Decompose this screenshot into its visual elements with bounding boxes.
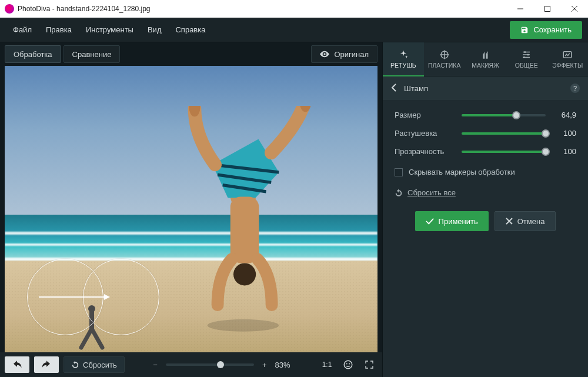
menu-bar: Файл Правка Инструменты Вид Справка Сохр… — [0, 18, 588, 42]
zoom-value: 83% — [275, 361, 290, 369]
canvas-viewport[interactable] — [5, 66, 377, 352]
minimize-button[interactable] — [507, 0, 534, 18]
hide-markers-label: Скрывать маркеры обработки — [409, 168, 515, 176]
cancel-label: Отмена — [517, 217, 545, 226]
reset-all-link[interactable]: Сбросить все — [395, 188, 576, 197]
menu-view[interactable]: Вид — [141, 18, 169, 42]
svg-rect-18 — [486, 54, 488, 59]
feather-label: Растушевка — [395, 129, 455, 138]
opacity-label: Прозрачность — [395, 147, 455, 156]
reset-label: Сбросить — [83, 361, 117, 369]
size-label: Размер — [395, 111, 455, 119]
close-icon — [506, 218, 513, 225]
svg-point-22 — [527, 54, 529, 56]
one-to-one-button[interactable]: 1:1 — [319, 356, 335, 373]
fullscreen-button[interactable] — [361, 356, 377, 373]
tab-compare[interactable]: Сравнение — [64, 45, 121, 63]
menu-tools[interactable]: Инструменты — [79, 18, 141, 42]
panel-back-button[interactable] — [391, 84, 397, 94]
original-button[interactable]: Оригинал — [311, 45, 377, 63]
opacity-slider[interactable] — [462, 151, 546, 153]
svg-rect-1 — [545, 6, 550, 12]
person-figure — [161, 106, 325, 341]
svg-point-12 — [346, 363, 348, 365]
lipstick-icon — [480, 49, 490, 60]
size-value: 64,9 — [553, 111, 576, 119]
svg-point-24 — [523, 56, 525, 58]
tooltab-liquify-label: ПЛАСТИКА — [428, 62, 461, 69]
reset-all-label: Сбросить все — [407, 188, 456, 197]
checkbox-icon — [395, 168, 403, 176]
eye-icon — [320, 51, 329, 58]
size-slider[interactable] — [462, 114, 546, 116]
feather-value: 100 — [553, 129, 576, 138]
app-logo-icon — [5, 4, 14, 14]
check-icon — [426, 218, 434, 225]
fullscreen-icon — [365, 360, 374, 369]
close-button[interactable] — [561, 0, 588, 18]
menu-help[interactable]: Справка — [168, 18, 212, 42]
svg-point-10 — [88, 305, 95, 312]
sliders-icon — [521, 49, 532, 60]
hide-markers-checkbox[interactable]: Скрывать маркеры обработки — [395, 168, 576, 176]
panel-title: Штамп — [404, 84, 428, 93]
svg-point-8 — [233, 263, 256, 286]
target-icon — [439, 49, 450, 60]
tooltab-effects-label: ЭФФЕКТЫ — [552, 62, 583, 69]
tooltab-retouch[interactable]: РЕТУШЬ — [383, 42, 424, 76]
menu-edit[interactable]: Правка — [39, 18, 79, 42]
apply-label: Применить — [439, 217, 478, 226]
face-detect-button[interactable] — [340, 356, 356, 373]
reset-icon — [71, 361, 79, 369]
save-icon — [520, 26, 529, 34]
tooltab-makeup-label: МАКИЯЖ — [472, 62, 499, 69]
save-label: Сохранить — [533, 25, 572, 34]
cancel-button[interactable]: Отмена — [495, 211, 556, 231]
redo-button[interactable] — [34, 356, 59, 373]
undo-button[interactable] — [5, 356, 29, 373]
face-icon — [343, 359, 353, 370]
svg-rect-7 — [230, 197, 259, 263]
feather-slider[interactable] — [462, 132, 546, 135]
tab-process[interactable]: Обработка — [5, 45, 61, 63]
tooltab-general[interactable]: ОБЩЕЕ — [506, 42, 547, 76]
redo-icon — [41, 361, 52, 369]
maximize-button[interactable] — [534, 0, 561, 18]
panel-help-button[interactable]: ? — [570, 84, 580, 93]
original-label: Оригинал — [334, 50, 369, 59]
effects-icon — [562, 49, 573, 60]
window-title: PhotoDiva - handstand-2224104_1280.jpg — [18, 5, 151, 13]
zoom-slider[interactable] — [166, 363, 254, 366]
reset-icon — [395, 189, 403, 197]
svg-point-11 — [344, 361, 352, 369]
opacity-value: 100 — [553, 147, 576, 156]
tooltab-liquify[interactable]: ПЛАСТИКА — [424, 42, 465, 76]
svg-point-4 — [324, 53, 326, 55]
reset-button[interactable]: Сбросить — [64, 356, 125, 373]
svg-point-13 — [349, 363, 350, 365]
undo-icon — [12, 361, 22, 369]
sparkle-icon — [398, 49, 409, 60]
zoom-out-button[interactable]: − — [153, 361, 158, 369]
chevron-left-icon — [391, 84, 397, 92]
svg-rect-17 — [483, 55, 485, 59]
apply-button[interactable]: Применить — [415, 211, 489, 231]
tooltab-general-label: ОБЩЕЕ — [515, 62, 538, 69]
svg-point-9 — [208, 319, 279, 332]
svg-point-20 — [524, 51, 526, 53]
tooltab-makeup[interactable]: МАКИЯЖ — [465, 42, 506, 76]
tooltab-effects[interactable]: ЭФФЕКТЫ — [547, 42, 588, 76]
bystander-figure — [75, 304, 108, 351]
zoom-in-button[interactable]: + — [262, 361, 267, 369]
menu-file[interactable]: Файл — [6, 18, 39, 42]
photo — [5, 66, 377, 352]
tooltab-retouch-label: РЕТУШЬ — [390, 62, 416, 69]
save-button[interactable]: Сохранить — [510, 21, 582, 39]
title-bar: PhotoDiva - handstand-2224104_1280.jpg — [0, 0, 588, 18]
